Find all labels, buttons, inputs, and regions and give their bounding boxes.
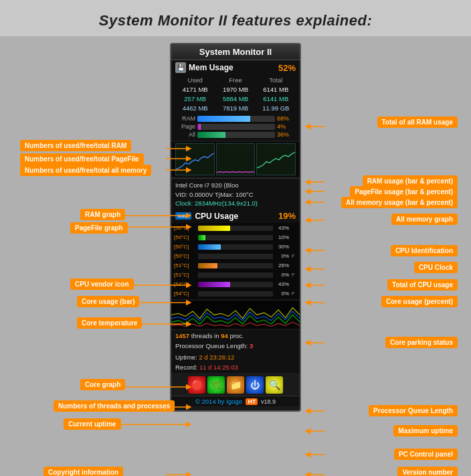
label-all-mem-graph: All memory graph bbox=[391, 214, 458, 225]
col-used: Used bbox=[175, 76, 215, 85]
core-fill-5 bbox=[198, 263, 217, 268]
cpu-id-line2: VID: 0.0000V TjMax: 100°C bbox=[175, 190, 296, 200]
all-mem-graph-box bbox=[256, 143, 296, 175]
cpu-usage-label: CPU Usage bbox=[195, 212, 278, 221]
ctrl-btn-yellow[interactable]: 🔍 bbox=[266, 376, 283, 394]
label-cpu-clock: CPU Clock bbox=[414, 262, 458, 273]
page-bar-fill bbox=[197, 124, 201, 130]
label-pagefile-graph: PageFile graph bbox=[70, 222, 128, 234]
all-bar-track bbox=[197, 132, 275, 138]
mem-row-3: 4462 MB 7819 MB 11.99 GB bbox=[175, 104, 296, 113]
core-park-8: P bbox=[289, 291, 297, 296]
pq-label: Processor Queue Length: bbox=[175, 342, 250, 349]
all-bar-fill bbox=[197, 132, 225, 138]
core-temp-2: [50°C] bbox=[174, 234, 197, 240]
ctrl-btn-blue[interactable]: ⏻ bbox=[246, 376, 264, 394]
mem-header-row: Used Free Total bbox=[175, 76, 296, 85]
ram-bar-track bbox=[197, 116, 275, 122]
label-all-mem-bar: All memory usage (bar & percent) bbox=[341, 197, 458, 208]
core-bar-5 bbox=[198, 263, 273, 268]
label-pagefile-bar: PageFile usage (bar & percent) bbox=[350, 186, 458, 197]
ctrl-btn-green[interactable]: 🌿 bbox=[207, 376, 225, 394]
label-threads: Numbers of threads and processes bbox=[54, 400, 175, 412]
label-num-ram: Numbers of used/free/total RAM bbox=[20, 140, 131, 151]
label-core-park: Core parking status bbox=[385, 337, 458, 348]
label-cpu-vendor: CPU vendor icon bbox=[70, 279, 134, 290]
record-label: Record: bbox=[175, 364, 199, 371]
proc-label: proc. bbox=[229, 332, 244, 339]
core-row-3: [50°C] 30% bbox=[174, 242, 297, 251]
cpu-id-section: Intel Core i7 920 (Bloo VID: 0.0000V TjM… bbox=[171, 178, 300, 209]
core-fill-2 bbox=[198, 235, 205, 240]
ram-bar-label: RAM bbox=[175, 115, 195, 122]
mem-row-2: 257 MB 5884 MB 6141 MB bbox=[175, 94, 296, 104]
label-total-ram: Total of all RAM usage bbox=[377, 116, 458, 128]
core-temp-5: [51°C] bbox=[174, 262, 197, 268]
core-pct-8: 0% bbox=[274, 291, 289, 297]
pagefile-graph-box bbox=[216, 143, 256, 175]
memory-graph-section bbox=[171, 142, 300, 177]
all-free: 7819 MB bbox=[215, 104, 255, 113]
mem-icon: 💾 bbox=[175, 62, 186, 73]
threads-count: 1457 bbox=[175, 332, 189, 339]
core-row-7: [54°C] 43% bbox=[174, 280, 297, 289]
label-pq: Processor Queue Length bbox=[369, 405, 458, 416]
main-area: System Monitor II 💾 Mem Usage 52% Used F… bbox=[0, 36, 471, 476]
page-free: 5884 MB bbox=[215, 94, 255, 104]
core-bar-1 bbox=[198, 226, 273, 231]
core-bar-6 bbox=[198, 272, 273, 278]
core-pct-2: 10% bbox=[274, 234, 289, 240]
ctrl-btn-red[interactable]: 🔴 bbox=[188, 376, 205, 394]
label-ram-graph: RAM graph bbox=[80, 209, 125, 220]
core-bar-7 bbox=[198, 282, 273, 287]
core-pct-7: 43% bbox=[274, 281, 289, 287]
core-bar-8 bbox=[198, 291, 273, 297]
cpu-id-line1: Intel Core i7 920 (Bloo bbox=[175, 181, 296, 190]
core-bar-4 bbox=[198, 254, 273, 259]
label-copyright: Copyright information bbox=[43, 467, 123, 476]
label-version: Version number bbox=[397, 467, 458, 476]
record-val: 11 d 14:25:03 bbox=[199, 364, 238, 371]
core-bar-2 bbox=[198, 235, 273, 240]
ht-badge: HT bbox=[246, 398, 258, 405]
uptime-section: Uptime: 2 d 23:26:12 Record: 11 d 14:25:… bbox=[171, 351, 300, 373]
core-row-1: [50°C] 43% bbox=[174, 224, 297, 232]
widget-title: System Monitor II bbox=[171, 44, 300, 60]
core-pct-3: 30% bbox=[274, 244, 289, 250]
ram-bar-fill bbox=[197, 116, 250, 122]
cpu-clock-text: Clock: 2834MHz(134.9x21.0) bbox=[175, 200, 296, 207]
threads-section: 1457 threads in 94 proc. Processor Queue… bbox=[171, 330, 300, 351]
core-temp-3: [50°C] bbox=[174, 244, 197, 250]
core-temp-7: [54°C] bbox=[174, 281, 197, 287]
page-bar-val: 4% bbox=[277, 123, 296, 130]
core-row-2: [50°C] 10% bbox=[174, 233, 297, 242]
page-bar-label: Page bbox=[175, 123, 195, 130]
core-park-6: P bbox=[289, 272, 297, 277]
all-bar-label: All bbox=[175, 131, 195, 138]
core-row-6: [51°C] 0% P bbox=[174, 270, 297, 279]
proc-count: 94 bbox=[221, 332, 228, 339]
label-core-usage-bar: Core usage (bar) bbox=[77, 296, 139, 307]
label-uptime: Current uptime bbox=[64, 418, 121, 430]
core-temp-6: [51°C] bbox=[174, 272, 197, 278]
mem-percent: 52% bbox=[278, 63, 296, 73]
ctrl-btn-orange[interactable]: 📁 bbox=[227, 376, 244, 394]
ram-bars: RAM 68% Page 4% All 36% bbox=[171, 114, 300, 141]
core-temp-4: [50°C] bbox=[174, 253, 197, 259]
page-total: 6141 MB bbox=[256, 94, 296, 104]
controls-section: 🔴 🌿 📁 ⏻ 🔍 bbox=[171, 374, 300, 396]
ram-total: 6141 MB bbox=[256, 85, 296, 94]
cpu-usage-percent: 19% bbox=[278, 211, 296, 221]
ram-free: 1970 MB bbox=[215, 85, 255, 94]
core-temp-1: [50°C] bbox=[174, 225, 197, 231]
label-core-usage-pct: Core usage (percent) bbox=[381, 296, 458, 307]
ram-bar-row: RAM 68% bbox=[175, 115, 296, 122]
label-ram-bar: RAM usage (bar & percent) bbox=[363, 175, 458, 187]
monitor-widget: System Monitor II 💾 Mem Usage 52% Used F… bbox=[170, 43, 301, 412]
col-free: Free bbox=[215, 76, 255, 85]
core-row-4: [50°C] 0% P bbox=[174, 252, 297, 260]
mem-usage-section: 💾 Mem Usage 52% bbox=[171, 60, 300, 75]
ram-used: 4171 MB bbox=[175, 85, 215, 94]
intel-badge: intel bbox=[175, 212, 191, 220]
core-pct-6: 0% bbox=[274, 272, 289, 278]
